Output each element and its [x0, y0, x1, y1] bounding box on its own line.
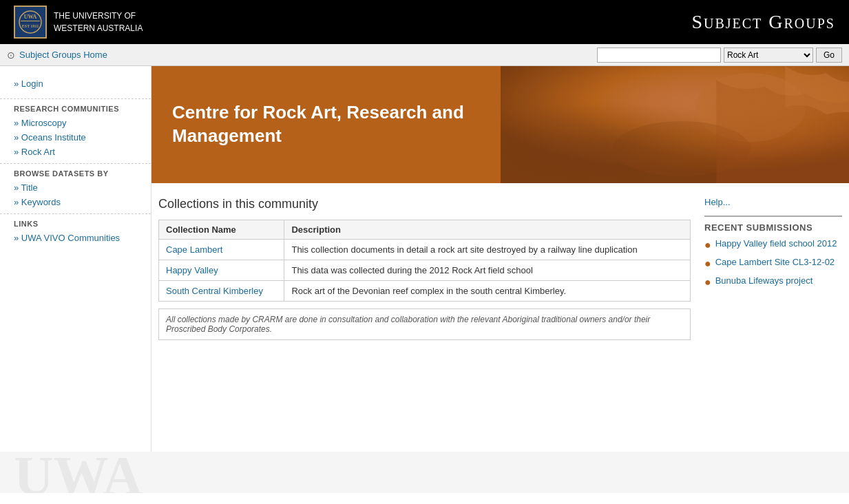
- banner-title: Centre for Rock Art, Research and Manage…: [172, 101, 480, 148]
- research-communities-heading: Research Communities: [0, 98, 151, 116]
- recent-link-1[interactable]: Happy Valley field school 2012: [715, 238, 837, 250]
- bullet-icon: ●: [704, 258, 711, 270]
- keywords-link[interactable]: Keywords: [14, 197, 61, 207]
- south-central-kimberley-link[interactable]: South Central Kimberley: [166, 286, 263, 296]
- search-go-button[interactable]: Go: [816, 48, 842, 63]
- oceans-link[interactable]: Oceans Institute: [14, 132, 86, 143]
- collection-name-cell: South Central Kimberley: [159, 281, 284, 302]
- col-header-name: Collection Name: [159, 220, 284, 240]
- sidebar-item-rockart[interactable]: Rock Art: [0, 145, 151, 159]
- login-link[interactable]: Login: [14, 78, 43, 89]
- recent-item: ● Happy Valley field school 2012: [704, 238, 842, 251]
- uwa-crest-icon: UWA EST 1911: [14, 6, 47, 39]
- collection-name-cell: Cape Lambert: [159, 240, 284, 260]
- collection-desc-cell: This collection documents in detail a ro…: [284, 240, 691, 260]
- recent-item: ● Bunuba Lifeways project: [704, 275, 842, 288]
- header: UWA EST 1911 THE UNIVERSITY OF WESTERN A…: [0, 0, 849, 44]
- watermark-text: UWA: [14, 452, 143, 493]
- banner-text-area: Centre for Rock Art, Research and Manage…: [151, 66, 501, 183]
- rockart-link[interactable]: Rock Art: [14, 147, 55, 157]
- content-area: Centre for Rock Art, Research and Manage…: [151, 66, 849, 452]
- collections-title: Collections in this community: [158, 197, 691, 211]
- university-name: THE UNIVERSITY OF WESTERN AUSTRALIA: [54, 10, 143, 34]
- sidebar-item-microscopy[interactable]: Microscopy: [0, 116, 151, 130]
- bullet-icon: ●: [704, 276, 711, 288]
- collection-name-cell: Happy Valley: [159, 260, 284, 281]
- home-link[interactable]: Subject Groups Home: [19, 50, 107, 60]
- collection-desc-cell: This data was collected during the 2012 …: [284, 260, 691, 281]
- collections-area: Collections in this community Collection…: [151, 183, 849, 354]
- sidebar-item-title[interactable]: Title: [0, 180, 151, 195]
- watermark-area: UWA: [0, 452, 849, 493]
- recent-link-3[interactable]: Bunuba Lifeways project: [715, 275, 813, 287]
- recent-submissions-heading: Recent Submissions: [704, 216, 842, 233]
- svg-text:EST 1911: EST 1911: [22, 24, 39, 28]
- site-title: Subject Groups: [691, 11, 835, 33]
- col-header-desc: Description: [284, 220, 691, 240]
- table-row: South Central Kimberley Rock art of the …: [159, 281, 691, 302]
- navbar-left: ⊙ Subject Groups Home: [7, 50, 107, 61]
- navbar: ⊙ Subject Groups Home Rock Art All of DS…: [0, 44, 849, 66]
- table-row: Cape Lambert This collection documents i…: [159, 240, 691, 260]
- collections-table: Collection Name Description Cape Lambert…: [158, 220, 691, 302]
- svg-point-6: [695, 73, 806, 142]
- header-logo: UWA EST 1911 THE UNIVERSITY OF WESTERN A…: [14, 6, 143, 39]
- bullet-icon: ●: [704, 239, 711, 251]
- svg-rect-3: [21, 21, 40, 21]
- search-bar: Rock Art All of DSpace Microscopy Oceans…: [597, 48, 842, 63]
- title-link[interactable]: Title: [14, 182, 38, 193]
- help-link[interactable]: Help...: [704, 197, 731, 207]
- banner: Centre for Rock Art, Research and Manage…: [151, 66, 849, 183]
- main-layout: Login Research Communities Microscopy Oc…: [0, 66, 849, 452]
- table-row: Happy Valley This data was collected dur…: [159, 260, 691, 281]
- cape-lambert-link[interactable]: Cape Lambert: [166, 244, 222, 255]
- sidebar-item-oceans[interactable]: Oceans Institute: [0, 130, 151, 145]
- happy-valley-link[interactable]: Happy Valley: [166, 265, 218, 275]
- banner-image: [501, 66, 850, 183]
- svg-text:UWA: UWA: [24, 14, 37, 20]
- browse-datasets-heading: Browse Datasets By: [0, 163, 151, 180]
- sidebar-login[interactable]: Login: [0, 73, 151, 94]
- collections-footer: All collections made by CRARM are done i…: [158, 308, 691, 340]
- collections-main: Collections in this community Collection…: [158, 197, 691, 340]
- sidebar-item-vivo[interactable]: UWA VIVO Communities: [0, 231, 151, 245]
- sidebar-item-keywords[interactable]: Keywords: [0, 195, 151, 209]
- recent-item: ● Cape Lambert Site CL3-12-02: [704, 257, 842, 270]
- search-scope-select[interactable]: Rock Art All of DSpace Microscopy Oceans…: [724, 48, 813, 63]
- home-icon: ⊙: [7, 50, 15, 61]
- vivo-link[interactable]: UWA VIVO Communities: [14, 233, 120, 243]
- microscopy-link[interactable]: Microscopy: [14, 118, 67, 128]
- recent-link-2[interactable]: Cape Lambert Site CL3-12-02: [715, 257, 835, 269]
- svg-rect-5: [501, 66, 850, 183]
- sidebar: Login Research Communities Microscopy Oc…: [0, 66, 151, 452]
- svg-point-7: [613, 121, 751, 176]
- links-heading: Links: [0, 213, 151, 231]
- right-sidebar: Help... Recent Submissions ● Happy Valle…: [691, 197, 842, 340]
- search-input[interactable]: [597, 48, 721, 63]
- collection-desc-cell: Rock art of the Devonian reef complex in…: [284, 281, 691, 302]
